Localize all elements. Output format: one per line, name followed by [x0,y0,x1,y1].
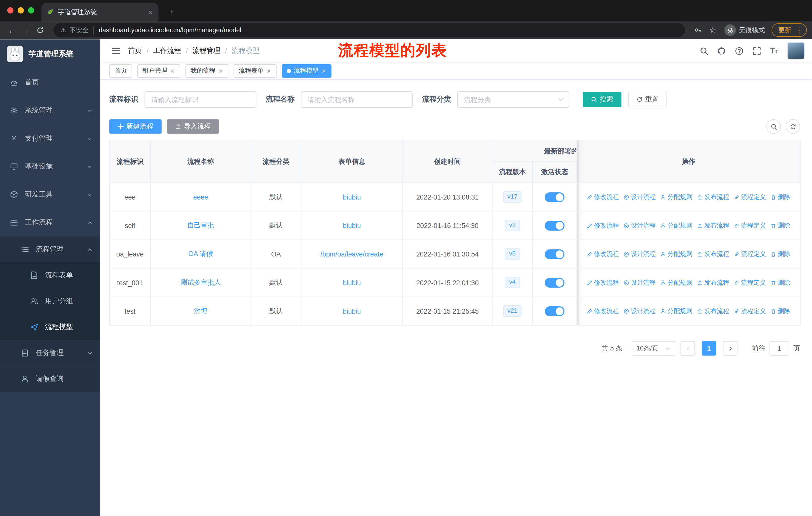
user-avatar[interactable] [787,42,805,60]
sidebar-item-leave-query[interactable]: 请假查询 [0,366,100,392]
modify-process-link[interactable]: 修改流程 [587,221,619,230]
tag-tenant-management[interactable]: 租户管理 [137,64,180,77]
sidebar-item-process-model[interactable]: 流程模型 [0,314,100,340]
assign-rule-link[interactable]: 分配规则 [660,192,692,201]
modify-process-link[interactable]: 修改流程 [587,192,619,201]
bookmark-star-icon[interactable]: ☆ [709,25,716,35]
window-zoom-button[interactable] [28,7,34,13]
url-text[interactable]: dashboard.yudao.iocoder.cn/bpm/manager/m… [97,26,241,34]
sidebar-item-process-management[interactable]: 流程管理 [0,236,100,262]
close-icon[interactable] [321,68,326,74]
sidebar-item-payment-management[interactable]: ¥ 支付管理 [0,125,100,153]
breadcrumb-item-home[interactable]: 首页 [128,46,142,55]
breadcrumb-item-workflow[interactable]: 工作流程 [153,46,181,55]
update-button[interactable]: 更新 ⋮ [772,23,807,37]
process-name-link[interactable]: eeee [193,193,208,201]
sidebar-item-system-management[interactable]: 系统管理 [0,97,100,125]
process-definition-link[interactable]: 流程定义 [734,278,766,287]
active-toggle[interactable] [545,192,564,202]
design-process-link[interactable]: 设计流程 [624,278,656,287]
close-icon[interactable] [170,68,175,74]
process-name-input[interactable] [301,91,412,108]
breadcrumb-item-process-management[interactable]: 流程管理 [192,46,220,55]
tag-my-process[interactable]: 我的流程 [185,64,229,77]
page-size-select[interactable]: 10条/页 [632,341,675,356]
process-category-select-input[interactable] [457,91,569,108]
design-process-link[interactable]: 设计流程 [624,221,656,230]
process-id-input[interactable] [144,91,256,108]
process-name-link[interactable]: 自己审批 [187,221,214,229]
process-name-link[interactable]: OA 请假 [188,250,213,258]
assign-rule-link[interactable]: 分配规则 [660,250,692,259]
form-link[interactable]: biubiu [343,307,361,315]
password-key-icon[interactable] [694,26,702,34]
sidebar-item-home[interactable]: 首页 [0,69,100,97]
publish-process-link[interactable]: 发布流程 [697,278,729,287]
delete-process-link[interactable]: 删除 [771,307,790,316]
close-icon[interactable] [218,68,223,74]
assign-rule-link[interactable]: 分配规则 [660,221,692,230]
active-toggle[interactable] [545,249,564,259]
process-definition-link[interactable]: 流程定义 [734,221,766,230]
browser-menu-icon[interactable]: ⋮ [795,26,803,34]
design-process-link[interactable]: 设计流程 [624,250,656,259]
process-definition-link[interactable]: 流程定义 [734,250,766,259]
process-category-select[interactable] [457,91,569,108]
goto-page-input[interactable] [770,341,789,356]
form-link[interactable]: /bpm/oa/leave/create [320,250,383,258]
prev-page-button[interactable] [680,341,695,356]
help-icon[interactable] [735,46,744,55]
publish-process-link[interactable]: 发布流程 [697,250,729,259]
publish-process-link[interactable]: 发布流程 [697,307,729,316]
assign-rule-link[interactable]: 分配规则 [660,307,692,316]
delete-process-link[interactable]: 删除 [771,250,790,259]
create-process-button[interactable]: 新建流程 [109,119,162,134]
form-link[interactable]: biubiu [343,222,361,229]
forward-button[interactable]: → [19,26,32,34]
address-bar[interactable]: ⚠ 不安全 dashboard.yudao.iocoder.cn/bpm/man… [53,23,685,37]
github-icon[interactable] [717,46,726,55]
active-toggle[interactable] [545,306,564,316]
modify-process-link[interactable]: 修改流程 [587,307,619,316]
tag-process-form[interactable]: 流程表单 [234,64,277,77]
tab-close-icon[interactable] [147,9,153,15]
publish-process-link[interactable]: 发布流程 [697,221,729,230]
design-process-link[interactable]: 设计流程 [624,192,656,201]
tag-home[interactable]: 首页 [109,64,132,77]
search-icon[interactable] [700,46,708,55]
process-name-link[interactable]: 滔博 [194,307,207,315]
back-button[interactable]: ← [5,26,19,34]
publish-process-link[interactable]: 发布流程 [697,192,729,201]
active-toggle[interactable] [545,278,564,288]
delete-process-link[interactable]: 删除 [771,192,790,201]
import-process-button[interactable]: 导入流程 [167,119,219,134]
window-minimize-button[interactable] [18,7,24,13]
design-process-link[interactable]: 设计流程 [624,307,656,316]
refresh-table-button[interactable] [786,119,800,134]
next-page-button[interactable] [723,341,737,356]
form-link[interactable]: biubiu [343,193,361,201]
current-page-button[interactable]: 1 [702,341,716,356]
new-tab-button[interactable]: + [166,6,178,18]
search-button[interactable]: 搜索 [583,92,621,107]
fullscreen-icon[interactable] [753,46,761,55]
close-icon[interactable] [266,68,271,74]
modify-process-link[interactable]: 修改流程 [587,278,619,287]
sidebar-item-task-management[interactable]: 任务管理 [0,340,100,366]
font-size-icon[interactable]: TT [770,47,779,55]
sidebar-item-workflow[interactable]: 工作流程 [0,208,100,236]
active-toggle[interactable] [545,220,564,230]
delete-process-link[interactable]: 删除 [771,221,790,230]
sidebar-item-infrastructure[interactable]: 基础设施 [0,153,100,181]
security-label[interactable]: 不安全 [70,26,94,34]
toggle-search-button[interactable] [766,119,781,134]
sidebar-item-dev-tools[interactable]: 研发工具 [0,181,100,208]
form-link[interactable]: biubiu [343,279,361,287]
hamburger-icon[interactable] [111,46,121,55]
modify-process-link[interactable]: 修改流程 [587,250,619,259]
app-logo[interactable]: 芋道管理系统 [0,39,100,68]
process-definition-link[interactable]: 流程定义 [734,307,766,316]
sidebar-item-process-form[interactable]: 流程表单 [0,262,100,288]
reset-button[interactable]: 重置 [628,92,667,107]
tag-process-model[interactable]: 流程模型 [282,64,331,77]
